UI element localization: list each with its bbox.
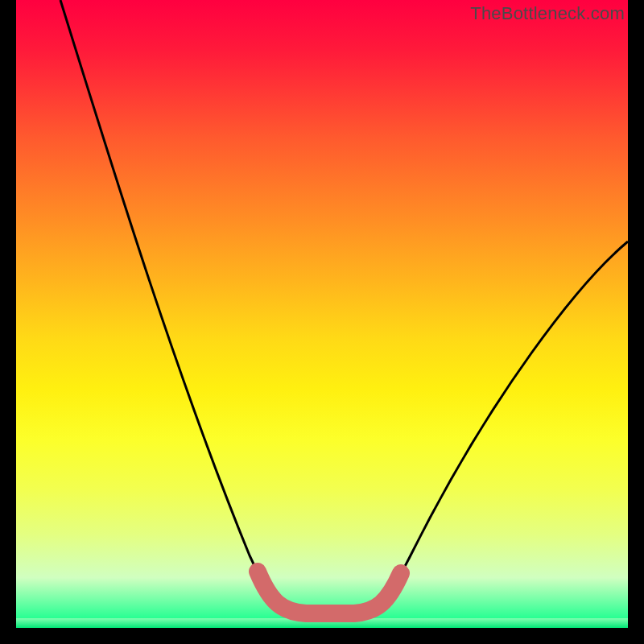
watermark-text: TheBottleneck.com (470, 3, 625, 24)
bottleneck-curve (60, 0, 628, 613)
curve-overlay (16, 0, 628, 628)
valley-highlight (258, 572, 401, 613)
chart-frame: TheBottleneck.com (0, 0, 644, 644)
